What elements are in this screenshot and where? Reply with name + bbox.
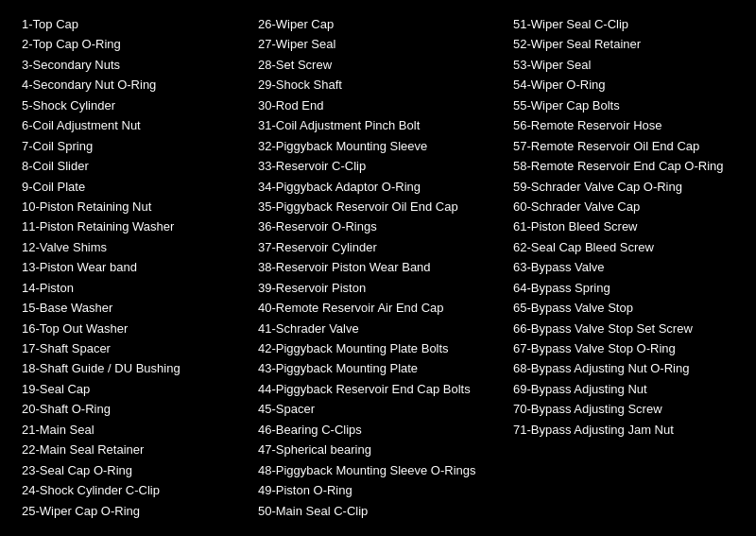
list-item: 3-Secondary Nuts [22, 55, 243, 75]
list-item: 44-Piggyback Reservoir End Cap Bolts [258, 379, 498, 399]
list-item: 45-Spacer [258, 399, 498, 419]
list-item: 30-Rod End [258, 95, 498, 115]
column-2: 26-Wiper Cap27-Wiper Seal28-Set Screw29-… [250, 9, 506, 526]
list-item: 2-Top Cap O-Ring [22, 34, 243, 54]
list-item: 50-Main Seal C-Clip [258, 501, 498, 521]
list-item: 71-Bypass Adjusting Jam Nut [513, 420, 734, 440]
list-item: 47-Spherical bearing [258, 440, 498, 459]
column-3: 51-Wiper Seal C-Clip52-Wiper Seal Retain… [506, 9, 742, 526]
list-item: 23-Seal Cap O-Ring [22, 460, 243, 480]
list-item: 55-Wiper Cap Bolts [513, 95, 734, 115]
list-item: 12-Valve Shims [22, 237, 243, 257]
list-item: 42-Piggyback Mounting Plate Bolts [258, 338, 498, 358]
list-item: 20-Shaft O-Ring [22, 399, 243, 419]
list-item: 59-Schrader Valve Cap O-Ring [513, 177, 734, 197]
list-item: 21-Main Seal [22, 420, 243, 440]
list-item: 66-Bypass Valve Stop Set Screw [513, 319, 734, 338]
list-item: 48-Piggyback Mounting Sleeve O-Rings [258, 460, 498, 480]
list-item: 11-Piston Retaining Washer [22, 216, 243, 236]
list-item: 32-Piggyback Mounting Sleeve [258, 136, 498, 156]
list-item: 17-Shaft Spacer [22, 338, 243, 358]
list-item: 28-Set Screw [258, 55, 498, 75]
parts-list: 1-Top Cap2-Top Cap O-Ring3-Secondary Nut… [14, 9, 742, 526]
list-item: 10-Piston Retaining Nut [22, 197, 243, 216]
list-item: 38-Reservoir Piston Wear Band [258, 257, 498, 277]
list-item: 6-Coil Adjustment Nut [22, 115, 243, 135]
list-item: 67-Bypass Valve Stop O-Ring [513, 338, 734, 358]
list-item: 31-Coil Adjustment Pinch Bolt [258, 115, 498, 135]
list-item: 39-Reservoir Piston [258, 278, 498, 298]
list-item: 26-Wiper Cap [258, 14, 498, 34]
list-item: 25-Wiper Cap O-Ring [22, 501, 243, 521]
list-item: 58-Remote Reservoir End Cap O-Ring [513, 156, 734, 176]
list-item: 53-Wiper Seal [513, 55, 734, 75]
list-item: 8-Coil Slider [22, 156, 243, 176]
list-item: 15-Base Washer [22, 298, 243, 318]
list-item: 16-Top Out Washer [22, 319, 243, 338]
list-item: 61-Piston Bleed Screw [513, 216, 734, 236]
list-item: 60-Schrader Valve Cap [513, 197, 734, 216]
list-item: 54-Wiper O-Ring [513, 75, 734, 95]
column-1: 1-Top Cap2-Top Cap O-Ring3-Secondary Nut… [14, 9, 250, 526]
list-item: 62-Seal Cap Bleed Screw [513, 237, 734, 257]
list-item: 4-Secondary Nut O-Ring [22, 75, 243, 95]
list-item: 36-Reservoir O-Rings [258, 216, 498, 236]
list-item: 37-Reservoir Cylinder [258, 237, 498, 257]
list-item: 27-Wiper Seal [258, 34, 498, 54]
list-item: 43-Piggyback Mounting Plate [258, 358, 498, 378]
list-item: 56-Remote Reservoir Hose [513, 115, 734, 135]
list-item: 1-Top Cap [22, 14, 243, 34]
list-item: 40-Remote Reservoir Air End Cap [258, 298, 498, 318]
list-item: 35-Piggyback Reservoir Oil End Cap [258, 197, 498, 216]
list-item: 69-Bypass Adjusting Nut [513, 379, 734, 399]
list-item: 19-Seal Cap [22, 379, 243, 399]
list-item: 34-Piggyback Adaptor O-Ring [258, 177, 498, 197]
list-item: 51-Wiper Seal C-Clip [513, 14, 734, 34]
list-item: 33-Reservoir C-Clip [258, 156, 498, 176]
list-item: 13-Piston Wear band [22, 257, 243, 277]
list-item: 18-Shaft Guide / DU Bushing [22, 358, 243, 378]
list-item: 64-Bypass Spring [513, 278, 734, 298]
list-item: 49-Piston O-Ring [258, 480, 498, 500]
list-item: 70-Bypass Adjusting Screw [513, 399, 734, 419]
list-item: 14-Piston [22, 278, 243, 298]
list-item: 52-Wiper Seal Retainer [513, 34, 734, 54]
list-item: 41-Schrader Valve [258, 319, 498, 338]
list-item: 57-Remote Reservoir Oil End Cap [513, 136, 734, 156]
list-item: 63-Bypass Valve [513, 257, 734, 277]
list-item: 7-Coil Spring [22, 136, 243, 156]
list-item: 5-Shock Cylinder [22, 95, 243, 115]
list-item: 46-Bearing C-Clips [258, 420, 498, 440]
list-item: 9-Coil Plate [22, 177, 243, 197]
list-item: 24-Shock Cylinder C-Clip [22, 480, 243, 500]
list-item: 68-Bypass Adjusting Nut O-Ring [513, 358, 734, 378]
list-item: 22-Main Seal Retainer [22, 440, 243, 459]
list-item: 65-Bypass Valve Stop [513, 298, 734, 318]
list-item: 29-Shock Shaft [258, 75, 498, 95]
